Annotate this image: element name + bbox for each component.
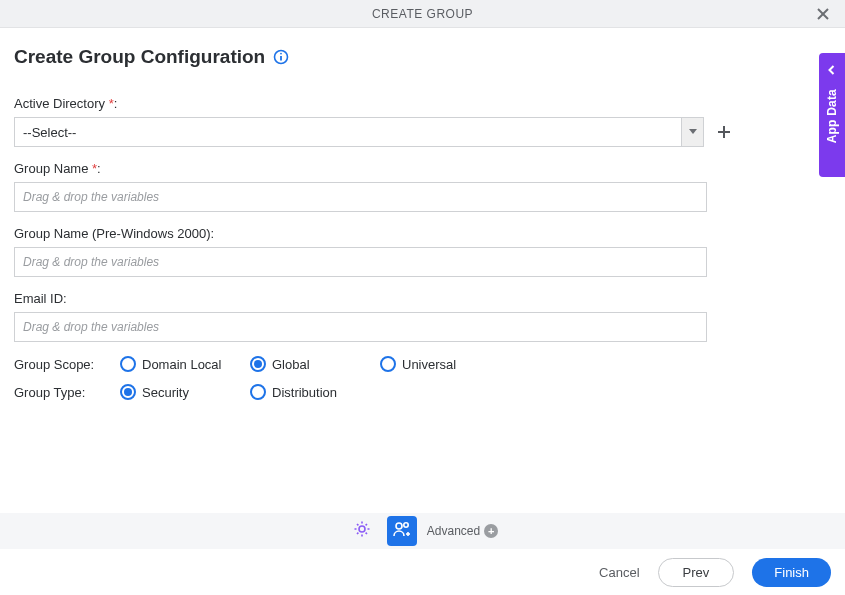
users-add-icon <box>392 519 412 543</box>
radio-distribution[interactable]: Distribution <box>250 384 380 400</box>
active-directory-row: --Select-- <box>14 117 831 147</box>
svg-point-10 <box>404 523 408 527</box>
gear-icon <box>352 519 372 543</box>
radio-global[interactable]: Global <box>250 356 380 372</box>
radio-label: Security <box>142 385 189 400</box>
radio-security[interactable]: Security <box>120 384 250 400</box>
page-title: Create Group Configuration <box>14 46 265 68</box>
prev-button[interactable]: Prev <box>658 558 735 587</box>
bottom-tab-bar: Advanced + <box>0 513 845 549</box>
svg-marker-5 <box>689 129 697 134</box>
radio-dot <box>254 360 262 368</box>
email-id-input[interactable]: Drag & drop the variables <box>14 312 707 342</box>
svg-point-9 <box>396 523 402 529</box>
active-directory-group: Active Directory *: --Select-- <box>14 96 831 147</box>
active-directory-select[interactable]: --Select-- <box>14 117 704 147</box>
input-placeholder: Drag & drop the variables <box>23 190 159 204</box>
group-name-pre2000-input[interactable]: Drag & drop the variables <box>14 247 707 277</box>
close-icon[interactable] <box>813 4 833 24</box>
email-id-label: Email ID: <box>14 291 831 306</box>
dialog-header: CREATE GROUP <box>0 0 845 28</box>
dialog-title: CREATE GROUP <box>372 7 473 21</box>
group-name-input[interactable]: Drag & drop the variables <box>14 182 707 212</box>
side-tab-label: App Data <box>825 89 839 143</box>
active-directory-label: Active Directory *: <box>14 96 831 111</box>
chevron-down-icon[interactable] <box>681 118 703 146</box>
group-name-pre2000-label: Group Name (Pre-Windows 2000): <box>14 226 831 241</box>
group-type-row: Group Type: Security Distribution <box>14 384 831 400</box>
label-text: Active Directory <box>14 96 109 111</box>
radio-icon <box>120 356 136 372</box>
group-name-group: Group Name *: Drag & drop the variables <box>14 161 831 212</box>
label-colon: : <box>97 161 101 176</box>
group-name-label: Group Name *: <box>14 161 831 176</box>
svg-point-4 <box>280 53 282 55</box>
radio-dot <box>124 388 132 396</box>
group-type-label: Group Type: <box>14 385 120 400</box>
radio-label: Distribution <box>272 385 337 400</box>
radio-icon <box>250 384 266 400</box>
dialog-content: Create Group Configuration Active Direct… <box>0 28 845 400</box>
input-placeholder: Drag & drop the variables <box>23 320 159 334</box>
radio-icon <box>250 356 266 372</box>
radio-label: Global <box>272 357 310 372</box>
group-scope-label: Group Scope: <box>14 357 120 372</box>
radio-domain-local[interactable]: Domain Local <box>120 356 250 372</box>
settings-tab[interactable] <box>347 516 377 546</box>
radio-icon <box>380 356 396 372</box>
users-tab[interactable] <box>387 516 417 546</box>
svg-point-8 <box>359 526 365 532</box>
add-directory-button[interactable] <box>714 122 734 142</box>
input-placeholder: Drag & drop the variables <box>23 255 159 269</box>
plus-circle-icon: + <box>484 524 498 538</box>
select-value[interactable]: --Select-- <box>15 118 681 146</box>
label-text: Group Name <box>14 161 92 176</box>
label-colon: : <box>114 96 118 111</box>
dialog-footer: Cancel Prev Finish <box>0 549 845 595</box>
radio-icon <box>120 384 136 400</box>
radio-universal[interactable]: Universal <box>380 356 510 372</box>
finish-button[interactable]: Finish <box>752 558 831 587</box>
email-id-group: Email ID: Drag & drop the variables <box>14 291 831 342</box>
page-title-row: Create Group Configuration <box>14 46 831 68</box>
app-data-side-tab[interactable]: App Data <box>819 53 845 177</box>
chevron-left-icon <box>827 61 837 79</box>
advanced-label-text: Advanced <box>427 524 480 538</box>
info-icon[interactable] <box>273 49 289 65</box>
advanced-toggle[interactable]: Advanced + <box>427 524 498 538</box>
cancel-button[interactable]: Cancel <box>599 565 639 580</box>
radio-label: Universal <box>402 357 456 372</box>
radio-label: Domain Local <box>142 357 222 372</box>
group-scope-row: Group Scope: Domain Local Global Univers… <box>14 356 831 372</box>
group-name-pre2000-group: Group Name (Pre-Windows 2000): Drag & dr… <box>14 226 831 277</box>
